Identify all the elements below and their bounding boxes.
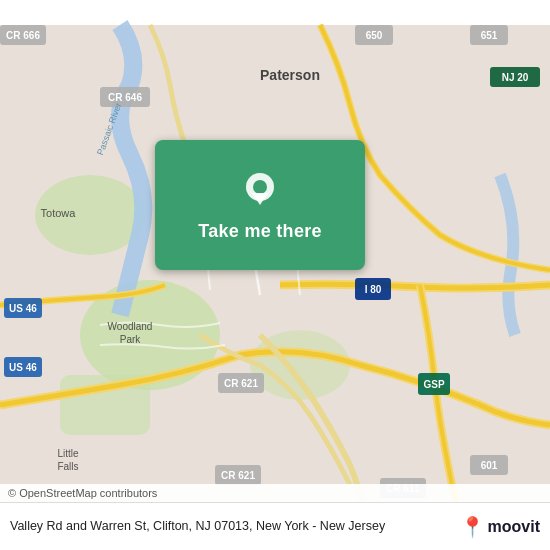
take-me-there-button[interactable]: Take me there (198, 221, 322, 242)
svg-text:Little: Little (57, 448, 79, 459)
info-bar: Valley Rd and Warren St, Clifton, NJ 070… (0, 502, 550, 550)
svg-point-39 (253, 180, 267, 194)
svg-text:US 46: US 46 (9, 303, 37, 314)
svg-text:CR 621: CR 621 (224, 378, 258, 389)
svg-text:601: 601 (481, 460, 498, 471)
svg-text:NJ 20: NJ 20 (502, 72, 529, 83)
svg-text:Paterson: Paterson (260, 67, 320, 83)
address-text: Valley Rd and Warren St, Clifton, NJ 070… (10, 518, 452, 536)
svg-text:I 80: I 80 (365, 284, 382, 295)
svg-text:650: 650 (366, 30, 383, 41)
moovit-logo: 📍 moovit (460, 515, 540, 539)
location-card[interactable]: Take me there (155, 140, 365, 270)
map-background: CR 666 650 651 CR 646 NJ 20 Paterson Tot… (0, 0, 550, 550)
moovit-logo-text: moovit (488, 518, 540, 536)
svg-text:US 46: US 46 (9, 362, 37, 373)
attribution-text: © OpenStreetMap contributors (8, 487, 157, 499)
svg-text:Falls: Falls (57, 461, 78, 472)
svg-text:Park: Park (120, 334, 142, 345)
moovit-pin-icon: 📍 (460, 515, 485, 539)
attribution-bar: © OpenStreetMap contributors (0, 484, 550, 502)
svg-text:CR 621: CR 621 (221, 470, 255, 481)
svg-text:CR 666: CR 666 (6, 30, 40, 41)
svg-text:651: 651 (481, 30, 498, 41)
svg-text:GSP: GSP (423, 379, 444, 390)
location-pin-icon (238, 169, 282, 213)
svg-text:Totowa: Totowa (41, 207, 77, 219)
map-container: CR 666 650 651 CR 646 NJ 20 Paterson Tot… (0, 0, 550, 550)
svg-rect-0 (0, 25, 550, 525)
svg-text:Woodland: Woodland (108, 321, 153, 332)
